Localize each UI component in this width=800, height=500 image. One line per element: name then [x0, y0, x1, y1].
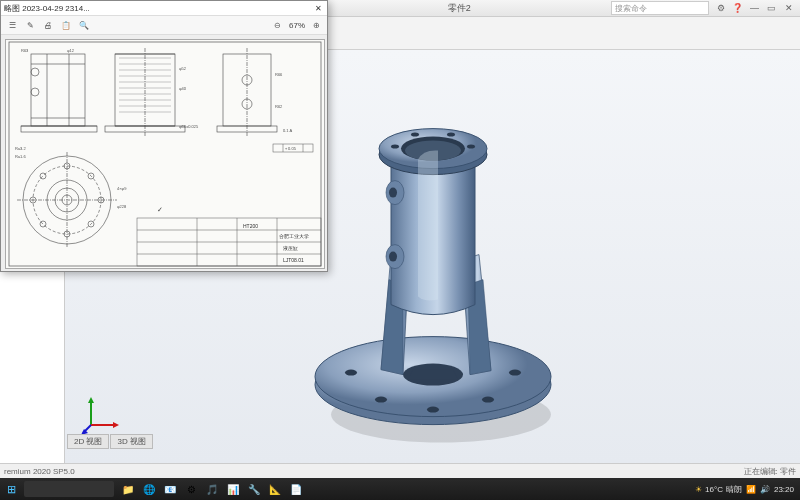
svg-text:Ra1.6: Ra1.6: [15, 154, 26, 159]
titleblock-partname: 液压缸: [283, 245, 298, 251]
taskbar-search[interactable]: [24, 481, 114, 497]
svg-point-35: [31, 88, 39, 96]
taskbar-app[interactable]: 📐: [265, 480, 285, 498]
svg-marker-22: [88, 397, 94, 403]
close-icon[interactable]: ✕: [783, 3, 794, 14]
weather-temp: 16°C: [705, 485, 723, 494]
taskbar-app[interactable]: 📧: [160, 480, 180, 498]
svg-marker-24: [113, 422, 119, 428]
svg-text:⌖ 0.05: ⌖ 0.05: [285, 146, 297, 151]
status-version: remium 2020 SP5.0: [4, 467, 75, 476]
svg-text:R66: R66: [275, 72, 283, 77]
svg-text:R62: R62: [275, 104, 283, 109]
pdf-zoom-out-icon[interactable]: ⊖: [271, 18, 285, 32]
pdf-title-text: 略图 2023-04-29 2314...: [4, 3, 312, 14]
svg-text:Ra3.2: Ra3.2: [15, 146, 26, 151]
svg-text:φ228: φ228: [117, 204, 127, 209]
svg-point-7: [427, 406, 439, 412]
pdf-sidebar-icon[interactable]: ☰: [5, 18, 19, 32]
weather-text: 晴朗: [726, 484, 742, 495]
command-search[interactable]: 搜索命令: [611, 1, 709, 15]
svg-point-10: [389, 187, 397, 197]
pdf-toolbar: ☰ ✎ 🖨 📋 🔍 ⊖ 67% ⊕: [1, 16, 327, 35]
pdf-zoom-value[interactable]: 67%: [289, 21, 305, 30]
titleblock-school: 合肥工业大学: [279, 233, 309, 239]
pdf-print-icon[interactable]: 🖨: [41, 18, 55, 32]
svg-rect-28: [31, 54, 85, 126]
svg-point-74: [40, 173, 46, 179]
model-view-tabs: 2D 视图 3D 视图: [67, 434, 153, 449]
taskbar-app[interactable]: 🔧: [244, 480, 264, 498]
svg-point-4: [509, 369, 521, 375]
taskbar-app[interactable]: 📄: [286, 480, 306, 498]
svg-point-12: [389, 251, 397, 261]
axis-triad[interactable]: [81, 395, 121, 435]
system-tray: ☀ 16°C 晴朗 📶 🔊 23:20: [695, 484, 800, 495]
pdf-find-icon[interactable]: 🔍: [77, 18, 91, 32]
status-mode: 正在编辑: 零件: [744, 466, 796, 477]
engineering-drawing: R63 φ12: [5, 39, 325, 269]
tab-2d[interactable]: 2D 视图: [67, 434, 109, 449]
maximize-icon[interactable]: ▭: [766, 3, 777, 14]
svg-point-20: [447, 132, 455, 136]
taskbar-app[interactable]: 🌐: [139, 480, 159, 498]
svg-point-19: [411, 132, 419, 136]
pdf-viewer-window: 略图 2023-04-29 2314... ✕ ☰ ✎ 🖨 📋 🔍 ⊖ 67% …: [0, 0, 328, 272]
titleblock-drawno: LJT08.01: [283, 257, 304, 263]
svg-text:4×φ9: 4×φ9: [117, 186, 127, 191]
svg-text:✓: ✓: [157, 206, 163, 213]
windows-taskbar: ⊞ 📁 🌐 📧 ⚙ 🎵 📊 🔧 📐 📄 ☀ 16°C 晴朗 📶 🔊 23:20: [0, 478, 800, 500]
svg-rect-34: [21, 126, 97, 132]
pdf-page-area[interactable]: R63 φ12: [1, 35, 327, 271]
svg-text:φ40: φ40: [179, 86, 187, 91]
taskbar-app[interactable]: 📊: [223, 480, 243, 498]
svg-point-17: [391, 144, 399, 148]
svg-text:φ52: φ52: [179, 66, 187, 71]
pdf-zoom-in-icon[interactable]: ⊕: [309, 18, 323, 32]
weather-widget[interactable]: ☀ 16°C 晴朗: [695, 484, 742, 495]
svg-point-18: [467, 144, 475, 148]
svg-text:φ66±0.025: φ66±0.025: [179, 124, 199, 129]
start-button[interactable]: ⊞: [0, 478, 22, 500]
svg-point-76: [40, 221, 46, 227]
settings-icon[interactable]: ⚙: [715, 3, 726, 14]
tray-volume-icon[interactable]: 🔊: [760, 485, 770, 494]
minimize-icon[interactable]: —: [749, 3, 760, 14]
svg-text:0.1 A: 0.1 A: [283, 128, 292, 133]
pdf-edit-icon[interactable]: ✎: [23, 18, 37, 32]
taskbar-app[interactable]: 🎵: [202, 480, 222, 498]
tab-3d[interactable]: 3D 视图: [110, 434, 152, 449]
status-bar: remium 2020 SP5.0 正在编辑: 零件: [0, 463, 800, 478]
pdf-close-icon[interactable]: ✕: [312, 4, 324, 13]
help-icon[interactable]: ❓: [732, 3, 743, 14]
taskbar-app[interactable]: ⚙: [181, 480, 201, 498]
svg-text:φ12: φ12: [67, 48, 75, 53]
pdf-copy-icon[interactable]: 📋: [59, 18, 73, 32]
svg-point-3: [345, 369, 357, 375]
tray-network-icon[interactable]: 📶: [746, 485, 756, 494]
taskbar-app[interactable]: 📁: [118, 480, 138, 498]
svg-point-6: [482, 396, 494, 402]
pdf-titlebar[interactable]: 略图 2023-04-29 2314... ✕: [1, 1, 327, 16]
titleblock-material: HT200: [243, 223, 258, 229]
document-title: 零件2: [308, 2, 612, 15]
tray-clock[interactable]: 23:20: [774, 485, 794, 494]
svg-point-5: [375, 396, 387, 402]
svg-point-36: [31, 68, 39, 76]
svg-text:R63: R63: [21, 48, 29, 53]
